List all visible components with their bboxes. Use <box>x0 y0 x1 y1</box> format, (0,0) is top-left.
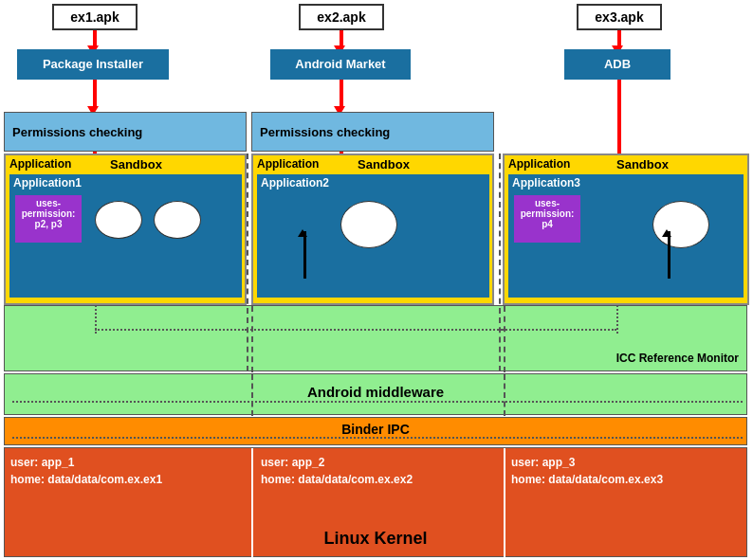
app2-name: Application2 <box>261 176 329 190</box>
sandbox2-label: Sandbox <box>358 157 410 172</box>
dashed-v1 <box>251 306 253 372</box>
apk-ex2: ex2.apk <box>299 4 384 30</box>
green-icc-layer: ICC Reference Monitor <box>4 305 747 371</box>
apk-ex1: ex1.apk <box>52 4 138 30</box>
linux-kernel-label: Linux Kernel <box>5 529 746 549</box>
arrow-inst1-down <box>93 80 97 108</box>
android-market: Android Market <box>270 49 411 80</box>
kernel-layer: user: app_1 home: data/data/com.ex.ex1 u… <box>4 447 747 557</box>
sandbox3-label: Sandbox <box>616 157 669 172</box>
diagram: ex1.apk ex2.apk ex3.apk Package Installe… <box>0 0 753 560</box>
app3-name: Application3 <box>512 176 580 190</box>
icc-label: ICC Reference Monitor <box>616 352 739 365</box>
binder-label: Binder IPC <box>5 422 746 437</box>
sandbox-1: Application1 uses-permission: p2, p3 A1C… <box>4 154 247 305</box>
app2-sandbox-label: Application <box>257 157 319 171</box>
a1c1: A1C1 <box>95 201 142 239</box>
a2c1: A2C1: p2 <box>340 201 397 248</box>
kernel-info-2: user: app_2 home: data/data/com.ex.ex2 <box>261 454 413 488</box>
adb: ADB <box>564 49 670 80</box>
dashed-h3 <box>503 329 616 331</box>
apk-ex3: ex3.apk <box>577 4 662 30</box>
package-installer: Package Installer <box>17 49 169 80</box>
dv2 <box>247 154 248 371</box>
icc-arrowhead-a2c1 <box>298 229 307 237</box>
dv3 <box>499 154 501 371</box>
app1-name: Application1 <box>13 176 82 190</box>
dashed-h1 <box>95 329 247 331</box>
dh-binder <box>12 437 743 439</box>
binder-layer: Binder IPC <box>4 417 747 445</box>
middleware-label: Android middleware <box>5 384 746 400</box>
dv4 <box>616 305 618 334</box>
dashed-h2 <box>247 329 503 331</box>
app3-sandbox-label: Application <box>508 157 570 171</box>
icc-arrowhead-a3c1 <box>662 229 671 237</box>
dv-mw1 <box>251 374 253 416</box>
app2-inner: Application2 A2C1: p2 <box>257 174 489 298</box>
arrow-inst2-down <box>340 80 343 108</box>
icc-line-a2c1 <box>303 231 306 279</box>
dv-mw2 <box>504 374 505 416</box>
permissions-checking-1: Permissions checking <box>4 112 247 152</box>
kernel-info-1: user: app_1 home: data/data/com.ex.ex1 <box>10 454 162 488</box>
sandbox-3: Application3 uses-permission: p4 A3C1: p… <box>503 154 749 305</box>
app1-sandbox-label: Application <box>9 157 71 171</box>
uses-perm-3: uses-permission: p4 <box>514 195 580 243</box>
dv1 <box>95 305 97 334</box>
middleware-layer: Android middleware <box>4 373 747 415</box>
a3c1: A3C1: p3 <box>652 201 709 248</box>
kernel-info-3: user: app_3 home: data/data/com.ex.ex3 <box>511 454 663 488</box>
a1c2: A1C2 <box>154 201 201 239</box>
uses-perm-1: uses-permission: p2, p3 <box>15 195 82 243</box>
sandbox-2: Application2 A2C1: p2 Sandbox Applicatio… <box>251 154 494 305</box>
app1-inner: Application1 uses-permission: p2, p3 A1C… <box>9 174 242 298</box>
app3-inner: Application3 uses-permission: p4 A3C1: p… <box>508 174 744 298</box>
dh-mw <box>12 401 743 403</box>
dashed-v2 <box>504 306 505 372</box>
sandbox1-label: Sandbox <box>110 157 162 172</box>
permissions-checking-2: Permissions checking <box>251 112 494 152</box>
icc-line-a3c1 <box>668 231 670 279</box>
